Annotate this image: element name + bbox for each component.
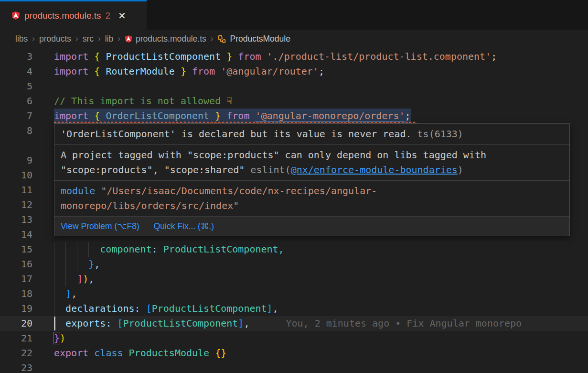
indent-guide (54, 257, 54, 272)
code-token (88, 110, 94, 121)
chevron-right-icon: › (98, 34, 101, 44)
text-cursor (54, 317, 55, 330)
code-token: class (94, 347, 123, 359)
line-number[interactable]: 20 (0, 316, 32, 331)
code-line-23[interactable]: 23 (0, 361, 588, 373)
error-hover-popup: 'OrderListComponent' is declared but its… (54, 123, 570, 236)
code-token (249, 110, 255, 121)
code-token (209, 347, 215, 359)
breadcrumb-item-products[interactable]: products (39, 34, 71, 44)
code-token: RouterModule (100, 66, 181, 77)
code-line-3[interactable]: 3import { ProductListComponent } from '.… (0, 49, 588, 64)
code-token: ; (491, 51, 497, 62)
code-token (186, 66, 192, 77)
code-token: import (54, 66, 88, 77)
line-number[interactable]: 19 (0, 301, 32, 316)
code-token: ☟ (226, 95, 232, 107)
code-line-21[interactable]: 21}) (0, 331, 588, 346)
hover-ts-error: 'OrderListComponent' is declared but its… (54, 124, 569, 145)
code-line-22[interactable]: 22export class ProductsModule {} (0, 346, 588, 361)
code-token: ProductsModule (129, 347, 210, 359)
code-token (88, 66, 94, 77)
code-token: from (238, 51, 261, 62)
indent-guide (77, 257, 77, 272)
line-number[interactable]: 18 (0, 286, 32, 301)
line-number[interactable]: 23 (0, 361, 32, 373)
code-token (215, 66, 221, 77)
code-token: ] (77, 273, 83, 285)
tab-bar: products.module.ts 2 ✕ (0, 0, 588, 30)
code-token (261, 51, 267, 62)
breadcrumb-item-file[interactable]: products.module.ts (136, 34, 206, 44)
tab-products-module[interactable]: products.module.ts 2 ✕ (0, 0, 147, 30)
code-token: from (226, 110, 249, 121)
indent-guide (54, 301, 54, 316)
code-token: // This import is not allowed (54, 95, 226, 107)
code-token: : (152, 243, 158, 255)
code-token: ProductListComponent (100, 51, 226, 62)
code-token (54, 258, 88, 270)
breadcrumb: libs › products › src › lib › products.m… (0, 30, 588, 48)
line-number[interactable]: 14 (0, 227, 32, 242)
eslint-rule-link[interactable]: @nx/enforce-module-boundaries (291, 164, 458, 176)
code-line-6[interactable]: 6// This import is not allowed ☟ (0, 94, 588, 109)
line-number[interactable]: 5 (0, 79, 32, 94)
line-number[interactable]: 9 (0, 153, 32, 168)
code-token: import (54, 110, 88, 121)
indent-guide (54, 242, 54, 257)
close-icon[interactable]: ✕ (118, 11, 126, 21)
view-problem-link[interactable]: View Problem (⌥F8) (61, 220, 139, 232)
quick-fix-link[interactable]: Quick Fix... (⌘.) (154, 220, 214, 232)
code-token: export (54, 347, 88, 359)
code-token: } (54, 332, 60, 344)
code-line-15[interactable]: 15 component: ProductListComponent, (0, 242, 588, 257)
code-line-16[interactable]: 16 }, (0, 257, 588, 272)
code-line-5[interactable]: 5 (0, 79, 588, 94)
breadcrumb-item-symbol[interactable]: ProductsModule (230, 34, 290, 44)
code-token: import (54, 51, 88, 62)
line-number[interactable]: 15 (0, 242, 32, 257)
line-number[interactable]: 17 (0, 272, 32, 286)
indent-guide (54, 272, 54, 286)
code-token: , (88, 273, 94, 285)
code-line-18[interactable]: 18 ], (0, 286, 588, 301)
code-token: '@angular/router' (221, 66, 319, 77)
code-token: [ (117, 318, 123, 329)
line-number[interactable]: 10 (0, 168, 32, 183)
code-line-19[interactable]: 19 declarations: [ProductListComponent], (0, 301, 588, 316)
code-token: { (94, 66, 100, 77)
code-token: , (94, 258, 100, 270)
line-number[interactable]: 21 (0, 331, 32, 346)
line-number[interactable]: 6 (0, 94, 32, 109)
eslint-rule-prefix: eslint( (250, 164, 290, 176)
line-number[interactable]: 7 (0, 109, 32, 123)
code-line-4[interactable]: 4import { RouterModule } from '@angular/… (0, 64, 588, 79)
breadcrumb-item-src[interactable]: src (83, 34, 94, 44)
code-line-17[interactable]: 17 ]), (0, 272, 588, 286)
eslint-error-line2: "scope:products", "scope:shared" (61, 164, 250, 176)
line-number[interactable]: 12 (0, 197, 32, 212)
line-number[interactable]: 3 (0, 49, 32, 64)
code-token: ; (319, 66, 324, 77)
ts-error-code: ts(6133) (417, 128, 463, 140)
line-number[interactable]: 4 (0, 64, 32, 79)
line-number[interactable]: 13 (0, 212, 32, 227)
code-token: } (88, 258, 94, 270)
code-token: {} (215, 347, 226, 359)
line-number[interactable]: 8 (0, 123, 32, 153)
code-line-7[interactable]: 7import { OrderListComponent } from '@an… (0, 109, 588, 123)
breadcrumb-item-libs[interactable]: libs (15, 34, 28, 44)
line-number[interactable]: 11 (0, 183, 32, 197)
code-token: component (100, 243, 151, 255)
code-token: , (273, 303, 278, 314)
line-number[interactable]: 22 (0, 346, 32, 361)
vscode-window: products.module.ts 2 ✕ libs › products ›… (0, 0, 588, 373)
module-path-line2: monorepo/libs/orders/src/index" (61, 200, 239, 211)
code-line-20[interactable]: 20 exports: [ProductListComponent],You, … (0, 316, 588, 331)
breadcrumb-item-lib[interactable]: lib (105, 34, 114, 44)
ts-error-message: 'OrderListComponent' is declared but its… (61, 128, 412, 140)
code-token: } (226, 51, 232, 62)
code-token (111, 318, 117, 329)
symbol-class-icon (217, 34, 226, 44)
line-number[interactable]: 16 (0, 257, 32, 272)
